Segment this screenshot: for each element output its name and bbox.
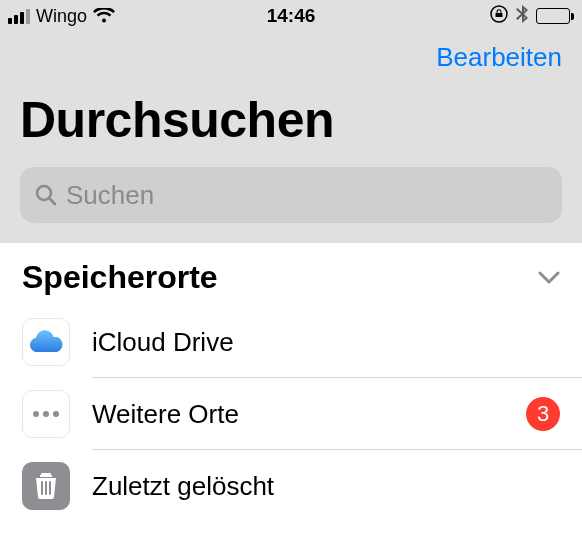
status-time: 14:46 [267, 5, 316, 27]
status-left: Wingo [8, 6, 115, 27]
nav-header: Bearbeiten Durchsuchen [0, 32, 582, 243]
page-title: Durchsuchen [20, 91, 562, 149]
battery-icon [536, 8, 574, 24]
search-field[interactable] [20, 167, 562, 223]
status-bar: Wingo 14:46 [0, 0, 582, 32]
locations-heading: Speicherorte [22, 259, 218, 296]
location-label: iCloud Drive [92, 327, 560, 358]
location-label: Zuletzt gelöscht [92, 471, 560, 502]
icloud-icon [22, 318, 70, 366]
orientation-lock-icon [490, 5, 508, 28]
status-right [490, 5, 574, 28]
search-icon [34, 183, 58, 207]
bluetooth-icon [516, 5, 528, 28]
locations-section-header[interactable]: Speicherorte [0, 243, 582, 306]
wifi-icon [93, 8, 115, 24]
location-row-trash[interactable]: Zuletzt gelöscht [0, 450, 582, 522]
svg-rect-3 [41, 481, 43, 495]
search-input[interactable] [66, 180, 548, 211]
badge-count: 3 [526, 397, 560, 431]
trash-icon [22, 462, 70, 510]
location-row-more[interactable]: Weitere Orte 3 [0, 378, 582, 450]
edit-button[interactable]: Bearbeiten [436, 42, 562, 73]
ellipsis-icon [22, 390, 70, 438]
content: Speicherorte i [0, 243, 582, 522]
location-label: Weitere Orte [92, 399, 504, 430]
svg-line-2 [50, 199, 56, 205]
cellular-signal-icon [8, 8, 30, 24]
svg-rect-5 [49, 481, 51, 495]
carrier-label: Wingo [36, 6, 87, 27]
location-row-icloud[interactable]: iCloud Drive [0, 306, 582, 378]
svg-rect-4 [45, 481, 47, 495]
chevron-down-icon [538, 271, 560, 285]
